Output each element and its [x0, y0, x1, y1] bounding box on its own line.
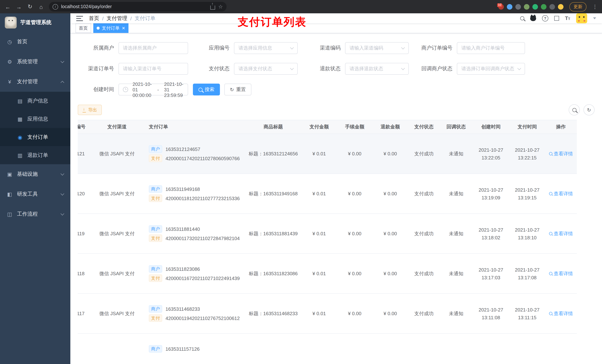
tags-view: 首页 支付订单 ✕ [70, 23, 602, 33]
browser-menu-icon[interactable]: ⋮ [591, 4, 599, 10]
sidebar-item-infra[interactable]: ▣ 基础设施 [0, 164, 70, 184]
pay-no: 4200001173202110272847982104 [165, 235, 240, 241]
back-icon[interactable]: ← [3, 2, 13, 11]
merchant-tag: 商户 [149, 305, 162, 312]
col-fee: 手续金额 [337, 120, 372, 134]
extension-icon-olive-circle[interactable] [524, 4, 529, 10]
sidebar-item-app-info[interactable]: ▦ 应用信息 [0, 110, 70, 128]
chevron-down-icon [401, 66, 405, 70]
cell-fee: ¥ 0.00 [337, 174, 372, 214]
date-start[interactable]: 2021-10-01 00:00:00 [133, 81, 152, 98]
view-detail-link[interactable]: 查看详情 [549, 310, 573, 317]
refresh-icon: ↻ [587, 107, 591, 112]
help-icon[interactable]: ? [542, 15, 548, 21]
cell-channel: 微信 JSAPI 支付 [89, 254, 145, 293]
sidebar-item-devtools[interactable]: ◧ 研发工具 [0, 184, 70, 204]
app-id-select[interactable]: 请选择应用信息 [234, 42, 298, 54]
channel-order-no-input[interactable]: 请输入渠道订单号 [118, 63, 188, 75]
sidebar-logo[interactable]: 芋道管理系统 [0, 13, 70, 32]
cell-refund: ¥ 0.00 [372, 134, 408, 174]
caret-down-icon[interactable] [593, 17, 596, 19]
sidebar-toggle-icon[interactable] [76, 16, 83, 21]
forward-icon[interactable]: → [14, 2, 24, 11]
filter-row-1: 所属商户 请选择所属商户 应用编号 请选择应用信息 渠道编码 [78, 42, 595, 54]
extension-icon-green-check[interactable] [532, 4, 538, 10]
url-text[interactable]: localhost:1024/pay/order [61, 4, 207, 9]
cell-title: 标题：1635311949168 [245, 174, 301, 214]
close-icon[interactable]: ✕ [122, 26, 125, 30]
refund-status-select[interactable]: 请选择退款状态 [345, 63, 409, 75]
sidebar-item-home[interactable]: ◷ 首页 [0, 32, 70, 52]
font-size-icon[interactable]: TT [565, 15, 570, 21]
sidebar-item-refund-order[interactable]: ▥ 退款订单 [0, 146, 70, 164]
update-button[interactable]: 更新 [570, 2, 586, 11]
view-detail-link[interactable]: 查看详情 [549, 190, 573, 197]
main-area: 首页 / 支付管理 / 支付订单 支付订单列表 ? TT [70, 13, 602, 364]
cell-order: 商户 1635311823086 支付 42000011672021102710… [145, 254, 245, 293]
pay-status-select[interactable]: 请选择支付状态 [234, 63, 298, 75]
col-amount: 支付金额 [301, 120, 337, 134]
notify-status-select[interactable]: 请选择订单回调商户状态 [457, 63, 525, 75]
cell-channel: 微信 JSAPI 支付 [89, 174, 145, 214]
breadcrumb-home[interactable]: 首页 [89, 15, 99, 22]
search-toggle-button[interactable] [569, 104, 580, 115]
active-dot [97, 27, 100, 30]
extension-icon-blue-drop[interactable] [507, 4, 512, 10]
breadcrumb-payment[interactable]: 支付管理 [107, 15, 127, 22]
table-toolbar: 导出 ↻ [78, 104, 595, 115]
channel-code-select[interactable]: 请输入渠道编码 [345, 42, 409, 54]
reload-icon[interactable]: ↻ [25, 2, 35, 11]
bookmark-star-icon[interactable]: ☆ [218, 4, 223, 10]
search-icon[interactable] [520, 16, 524, 20]
home-icon[interactable]: ⌂ [36, 2, 46, 11]
export-button[interactable]: 导出 [78, 105, 102, 115]
tab-home[interactable]: 首页 [75, 23, 91, 33]
cell-amount: ¥ 0.01 [301, 254, 337, 293]
yen-icon: ¥ [7, 79, 13, 85]
cell-amount: ¥ 0.01 [301, 214, 337, 254]
sidebar-item-pay-order[interactable]: ◉ 支付订单 [0, 128, 70, 146]
fullscreen-icon[interactable] [554, 16, 559, 21]
merchant-input[interactable]: 请选择所属商户 [118, 42, 188, 54]
tab-pay-order[interactable]: 支付订单 ✕ [93, 23, 129, 33]
address-bar[interactable]: i localhost:1024/pay/order ☆ [49, 2, 226, 11]
reset-button[interactable]: ↻ 重置 [224, 83, 251, 95]
view-detail-link[interactable]: 查看详情 [549, 230, 573, 237]
extension-icon-green-chat[interactable] [541, 4, 547, 10]
col-id: 编号 [78, 120, 89, 134]
breadcrumb-current: 支付订单 [135, 15, 155, 22]
site-info-icon[interactable]: i [53, 4, 58, 10]
cell-amount: ¥ 0.01 [301, 293, 337, 333]
chevron-up-icon [61, 81, 64, 84]
date-end[interactable]: 2021-10-31 23:59:59 [164, 81, 184, 98]
sidebar-item-workflow[interactable]: ◫ 工作流程 [0, 204, 70, 224]
cell-title: 标题：1635311468233 [245, 293, 301, 333]
share-icon[interactable] [210, 6, 215, 10]
refresh-button[interactable]: ↻ [583, 104, 595, 115]
avatar[interactable] [576, 13, 587, 23]
cell-id: 121 [78, 134, 89, 174]
cell-notify [440, 333, 473, 364]
cell-status: 支付成功 [408, 134, 440, 174]
cell-refund: ¥ 0.00 [372, 254, 408, 293]
merchant-icon: ▤ [17, 98, 23, 104]
merchant-tag: 商户 [149, 265, 162, 273]
sidebar-item-payment[interactable]: ¥ 支付管理 [0, 72, 70, 92]
github-icon[interactable] [530, 16, 536, 21]
merchant-order-no-input[interactable]: 请输入商户订单编号 [457, 42, 525, 54]
cell-id: 119 [78, 214, 89, 254]
view-detail-link[interactable]: 查看详情 [549, 270, 573, 277]
cell-status: 支付成功 [408, 174, 440, 214]
sidebar-item-merchant-info[interactable]: ▤ 商户信息 [0, 92, 70, 110]
extension-icon-dark-circle[interactable] [515, 4, 521, 10]
search-button[interactable]: 搜索 [193, 83, 220, 95]
col-order: 支付订单 [145, 120, 245, 134]
cell-title: 标题：1635311881439 [245, 214, 301, 254]
date-range-picker[interactable]: 2021-10-01 00:00:00 - 2021-10-31 23:59:5… [118, 83, 188, 95]
extension-icon-red-badge[interactable]: 10 [498, 4, 504, 10]
view-detail-link[interactable]: 查看详情 [549, 150, 573, 157]
sidebar-item-system[interactable]: ⚙ 系统管理 [0, 52, 70, 72]
table-body: 121 微信 JSAPI 支付 商户 1635312124657 支付 4200… [78, 134, 577, 364]
extension-icon-yellow-face[interactable] [558, 4, 563, 10]
extension-icon-dark-pin[interactable] [549, 4, 555, 10]
